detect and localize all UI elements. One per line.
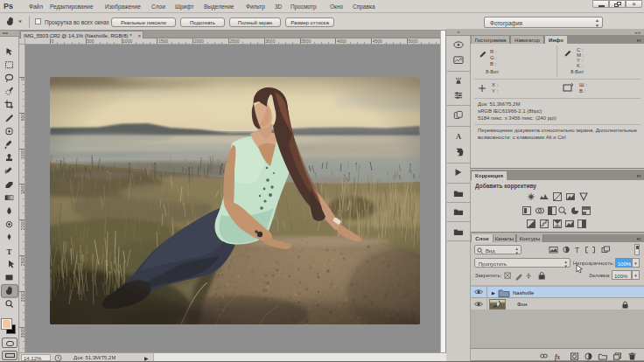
svg-text:T: T — [575, 246, 579, 254]
svg-text:T: T — [6, 247, 11, 256]
